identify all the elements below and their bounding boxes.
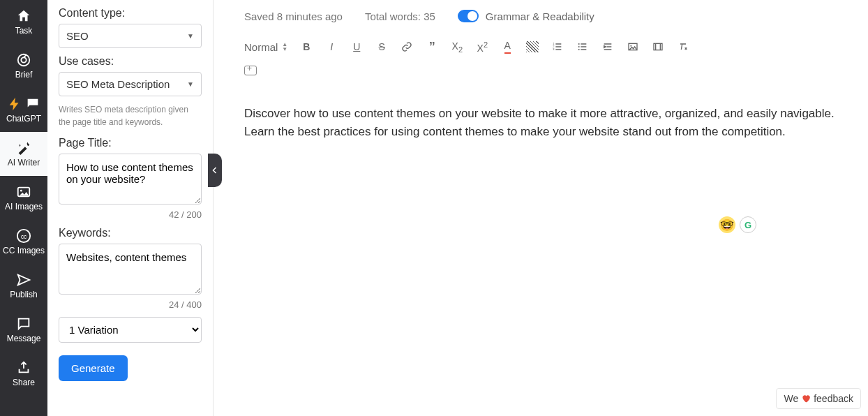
subscript-button[interactable]: X2 bbox=[451, 39, 463, 54]
svg-point-10 bbox=[578, 46, 580, 47]
chevron-left-icon bbox=[211, 166, 219, 174]
keywords-counter: 24 / 400 bbox=[59, 299, 202, 310]
use-cases-select[interactable]: SEO Meta Description ▼ bbox=[59, 72, 202, 96]
grammar-toggle[interactable] bbox=[458, 10, 479, 22]
strike-button[interactable]: S bbox=[375, 39, 388, 54]
page-title-input[interactable] bbox=[59, 154, 202, 205]
word-count: Total words: 35 bbox=[365, 10, 435, 22]
bullet-list-icon bbox=[577, 41, 588, 52]
sidebar-item-cc-images[interactable]: cc CC Images bbox=[0, 220, 47, 264]
feedback-button[interactable]: We feedback bbox=[776, 388, 861, 409]
keywords-label: Keywords: bbox=[59, 227, 202, 239]
sort-icon: ▲▼ bbox=[282, 42, 287, 52]
svg-point-9 bbox=[578, 43, 580, 45]
share-icon bbox=[16, 360, 31, 376]
content-type-value: SEO bbox=[66, 30, 89, 42]
settings-panel: Content type: SEO ▼ Use cases: SEO Meta … bbox=[47, 0, 214, 416]
svg-point-3 bbox=[20, 190, 22, 192]
highlight-button[interactable] bbox=[526, 39, 539, 54]
sidebar-item-label: Message bbox=[7, 334, 41, 343]
svg-rect-14 bbox=[654, 43, 662, 50]
emoji-badge[interactable]: 🤓 bbox=[719, 216, 735, 233]
sidebar-item-message[interactable]: Message bbox=[0, 308, 47, 352]
document-body[interactable]: Discover how to use content themes on yo… bbox=[227, 84, 854, 163]
sidebar-item-label: Brief bbox=[15, 70, 33, 80]
text-color-button[interactable]: A bbox=[501, 39, 514, 54]
grammar-label: Grammar & Readability bbox=[486, 10, 594, 22]
svg-point-1 bbox=[21, 57, 26, 62]
sidebar-item-brief[interactable]: Brief bbox=[0, 44, 47, 88]
image-icon bbox=[627, 41, 638, 52]
indent-button[interactable] bbox=[601, 39, 614, 54]
sidebar-item-label: AI Writer bbox=[8, 158, 40, 168]
link-button[interactable] bbox=[401, 39, 413, 54]
editor-area: Saved 8 minutes ago Total words: 35 Gram… bbox=[214, 0, 868, 416]
editor-toolbar: Normal ▲▼ B I U S ” X2 X2 A 123 bbox=[227, 35, 854, 66]
video-icon bbox=[652, 41, 664, 52]
grammarly-badge[interactable]: G bbox=[740, 216, 756, 233]
clear-format-icon bbox=[678, 41, 689, 52]
use-cases-description: Writes SEO meta description given the pa… bbox=[59, 103, 202, 128]
chat-icon bbox=[25, 96, 40, 112]
svg-point-11 bbox=[578, 49, 580, 50]
message-icon bbox=[16, 316, 31, 332]
heart-icon bbox=[801, 394, 811, 403]
ordered-list-icon: 123 bbox=[552, 41, 563, 52]
chevron-down-icon: ▼ bbox=[187, 32, 194, 40]
sidebar-item-label: AI Images bbox=[5, 202, 43, 211]
video-button[interactable] bbox=[652, 39, 664, 54]
target-icon bbox=[16, 52, 31, 68]
keywords-input[interactable] bbox=[59, 244, 202, 295]
sidebar-item-label: ChatGPT bbox=[6, 114, 41, 124]
use-cases-value: SEO Meta Description bbox=[66, 78, 170, 90]
image-icon bbox=[16, 184, 31, 200]
quote-button[interactable]: ” bbox=[426, 39, 438, 54]
sidebar-item-ai-writer[interactable]: AI Writer bbox=[0, 132, 47, 176]
cc-icon: cc bbox=[16, 228, 31, 244]
indent-icon bbox=[602, 41, 613, 52]
sidebar-item-chatgpt[interactable]: ChatGPT bbox=[0, 88, 47, 132]
send-icon bbox=[16, 272, 31, 288]
variation-select[interactable]: 1 Variation bbox=[59, 317, 202, 343]
bullet-list-button[interactable] bbox=[576, 39, 589, 54]
sidebar-item-label: CC Images bbox=[3, 246, 45, 255]
superscript-button[interactable]: X2 bbox=[476, 39, 488, 54]
page-title-label: Page Title: bbox=[59, 137, 202, 149]
paragraph-style-select[interactable]: Normal ▲▼ bbox=[244, 39, 287, 54]
sidebar-item-publish[interactable]: Publish bbox=[0, 264, 47, 308]
link-icon bbox=[401, 41, 412, 52]
svg-point-13 bbox=[631, 45, 632, 47]
wand-icon bbox=[16, 140, 31, 156]
underline-button[interactable]: U bbox=[350, 39, 363, 54]
svg-text:3: 3 bbox=[553, 47, 555, 51]
image-button[interactable] bbox=[627, 39, 639, 54]
svg-text:cc: cc bbox=[21, 234, 27, 240]
sidebar-item-label: Publish bbox=[10, 290, 37, 299]
bold-button[interactable]: B bbox=[300, 39, 313, 54]
sidebar-item-task[interactable]: Task bbox=[0, 0, 47, 44]
content-type-select[interactable]: SEO ▼ bbox=[59, 24, 202, 48]
chevron-down-icon: ▼ bbox=[187, 80, 194, 88]
generate-button[interactable]: Generate bbox=[59, 355, 128, 381]
highlight-icon bbox=[526, 41, 539, 52]
bolt-icon bbox=[7, 96, 22, 112]
content-type-label: Content type: bbox=[59, 7, 202, 20]
clear-format-button[interactable] bbox=[677, 39, 689, 54]
sidebar-item-label: Share bbox=[13, 378, 35, 387]
sidebar-item-ai-images[interactable]: AI Images bbox=[0, 176, 47, 220]
use-cases-label: Use cases: bbox=[59, 55, 202, 68]
add-comment-button[interactable] bbox=[244, 66, 257, 75]
page-title-counter: 42 / 200 bbox=[59, 209, 202, 220]
sidebar-item-label: Task bbox=[15, 26, 33, 36]
sidebar-item-share[interactable]: Share bbox=[0, 352, 47, 396]
collapse-panel-button[interactable] bbox=[208, 154, 222, 187]
svg-point-0 bbox=[18, 54, 30, 66]
home-icon bbox=[16, 8, 31, 24]
ordered-list-button[interactable]: 123 bbox=[551, 39, 564, 54]
italic-button[interactable]: I bbox=[325, 39, 338, 54]
saved-status: Saved 8 minutes ago bbox=[244, 10, 343, 22]
